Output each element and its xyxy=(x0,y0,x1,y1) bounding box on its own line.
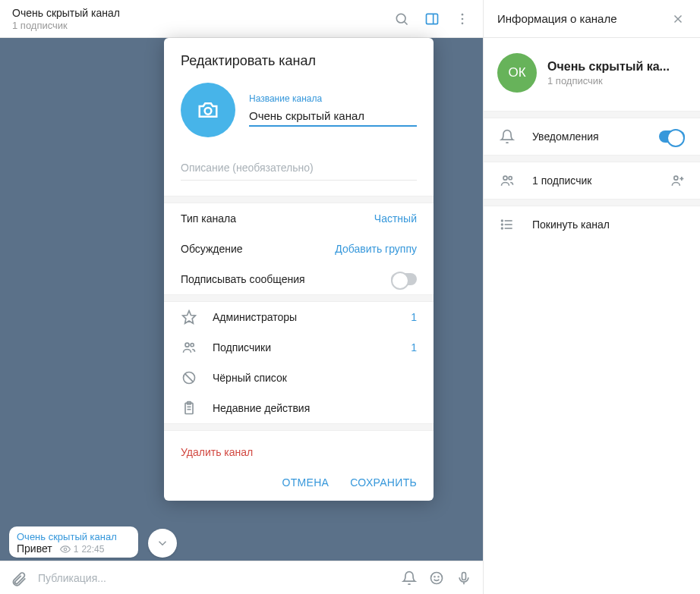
notifications-toggle[interactable] xyxy=(659,130,685,143)
channel-name-input[interactable] xyxy=(249,106,417,127)
svg-point-29 xyxy=(191,344,194,347)
cancel-button[interactable]: ОТМЕНА xyxy=(282,476,330,489)
svg-marker-27 xyxy=(183,311,196,324)
admins-row[interactable]: Администраторы 1 xyxy=(164,302,434,332)
subscribers-mgmt-row[interactable]: Подписчики 1 xyxy=(164,332,434,363)
list-icon xyxy=(499,217,516,232)
svg-line-31 xyxy=(185,374,194,382)
sign-label: Подписывать сообщения xyxy=(181,273,391,285)
sidebar-header: Информация о канале xyxy=(484,0,700,38)
svg-point-23 xyxy=(502,220,503,222)
subscribers-mgmt-label: Подписчики xyxy=(213,341,396,354)
bell-icon xyxy=(499,129,516,144)
divider xyxy=(164,423,434,431)
svg-point-28 xyxy=(185,343,189,347)
sign-toggle[interactable] xyxy=(391,273,417,285)
star-icon xyxy=(181,310,197,325)
subscribers-row[interactable]: 1 подписчик xyxy=(484,162,700,199)
delete-channel-button[interactable]: Удалить канал xyxy=(164,431,434,466)
channel-photo-button[interactable] xyxy=(181,83,235,137)
sidebar-channel-name: Очень скрытый ка... xyxy=(547,60,684,74)
channel-info-panel: Информация о канале ОК Очень скрытый ка.… xyxy=(483,0,700,594)
sign-messages-row[interactable]: Подписывать сообщения xyxy=(164,264,434,294)
svg-point-24 xyxy=(502,224,503,225)
divider xyxy=(164,196,434,203)
add-member-icon[interactable] xyxy=(670,173,685,188)
edit-channel-modal: Редактировать канал Название канала Тип … xyxy=(164,38,434,501)
svg-point-25 xyxy=(502,228,503,229)
close-icon[interactable] xyxy=(670,11,686,27)
channel-description-input[interactable] xyxy=(181,156,417,181)
modal-title: Редактировать канал xyxy=(164,38,434,77)
discussion-action[interactable]: Добавить группу xyxy=(335,243,417,255)
discussion-label: Обсуждение xyxy=(181,243,335,255)
notifications-row[interactable]: Уведомления xyxy=(484,118,700,155)
admins-count: 1 xyxy=(411,311,417,323)
divider xyxy=(484,199,700,206)
people-icon xyxy=(181,340,197,355)
channel-type-row[interactable]: Тип канала Частный xyxy=(164,203,434,234)
recent-actions-row[interactable]: Недавние действия xyxy=(164,393,434,423)
people-icon xyxy=(499,173,516,188)
type-label: Тип канала xyxy=(181,212,374,225)
discussion-row[interactable]: Обсуждение Добавить группу xyxy=(164,234,434,264)
divider xyxy=(484,155,700,162)
blacklist-label: Чёрный список xyxy=(213,372,417,384)
svg-point-17 xyxy=(674,176,678,180)
subscribers-label: 1 подписчик xyxy=(532,174,653,187)
clipboard-icon xyxy=(181,401,197,416)
block-icon xyxy=(181,370,197,385)
save-button[interactable]: СОХРАНИТЬ xyxy=(350,476,417,489)
sidebar-channel-sub: 1 подписчик xyxy=(547,75,684,86)
recent-actions-label: Недавние действия xyxy=(213,402,417,414)
leave-label: Покинуть канал xyxy=(532,218,685,231)
blacklist-row[interactable]: Чёрный список xyxy=(164,363,434,393)
avatar: ОК xyxy=(497,53,537,93)
svg-point-15 xyxy=(503,176,507,180)
subscribers-mgmt-count: 1 xyxy=(411,341,417,354)
admins-label: Администраторы xyxy=(213,311,396,323)
svg-point-26 xyxy=(205,108,212,115)
leave-channel-row[interactable]: Покинуть канал xyxy=(484,206,700,243)
name-field-label: Название канала xyxy=(249,93,417,104)
type-value: Частный xyxy=(374,212,417,225)
notifications-label: Уведомления xyxy=(532,130,642,143)
sidebar-title: Информация о канале xyxy=(497,12,616,25)
sidebar-profile[interactable]: ОК Очень скрытый ка... 1 подписчик xyxy=(484,38,700,111)
divider xyxy=(484,111,700,118)
svg-point-16 xyxy=(509,177,512,180)
divider xyxy=(164,294,434,302)
